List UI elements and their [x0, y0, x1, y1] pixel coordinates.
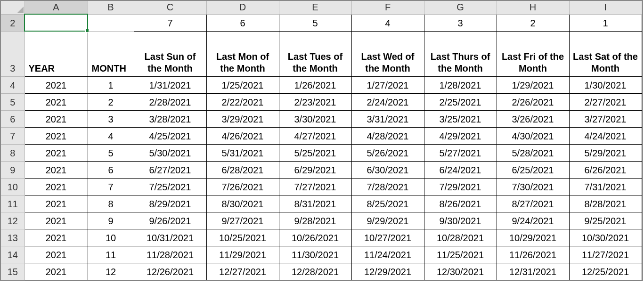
cell-E9[interactable]: 6/29/2021 — [279, 161, 351, 178]
cell-D8[interactable]: 5/31/2021 — [206, 144, 279, 161]
cell-B7[interactable]: 4 — [88, 127, 134, 144]
cell-E11[interactable]: 8/31/2021 — [279, 195, 351, 212]
cell-G4[interactable]: 1/28/2021 — [424, 76, 497, 93]
cell-I11[interactable]: 8/28/2021 — [569, 195, 642, 212]
row-head-15[interactable]: 15 — [1, 263, 24, 280]
cell-G15[interactable]: 12/30/2021 — [424, 263, 497, 280]
col-head-G[interactable]: G — [424, 1, 497, 14]
cell-C9[interactable]: 6/27/2021 — [134, 161, 206, 178]
cell-F13[interactable]: 10/27/2021 — [351, 229, 424, 246]
cell-E12[interactable]: 9/28/2021 — [279, 212, 351, 229]
col-head-C[interactable]: C — [134, 1, 206, 14]
row-head-8[interactable]: 8 — [1, 144, 24, 161]
col-head-H[interactable]: H — [497, 1, 569, 14]
cell-F9[interactable]: 6/30/2021 — [351, 161, 424, 178]
cell-E13[interactable]: 10/26/2021 — [279, 229, 351, 246]
cell-A15[interactable]: 2021 — [24, 263, 88, 280]
cell-I10[interactable]: 7/31/2021 — [569, 178, 642, 195]
cell-G14[interactable]: 11/25/2021 — [424, 246, 497, 263]
cell-H10[interactable]: 7/30/2021 — [497, 178, 569, 195]
col-head-D[interactable]: D — [206, 1, 279, 14]
cell-H11[interactable]: 8/27/2021 — [497, 195, 569, 212]
cell-I14[interactable]: 11/27/2021 — [569, 246, 642, 263]
row-head-5[interactable]: 5 — [1, 93, 24, 110]
cell-A12[interactable]: 2021 — [24, 212, 88, 229]
cell-G8[interactable]: 5/27/2021 — [424, 144, 497, 161]
grid[interactable]: A B C D E F G H I 2 7 6 5 4 3 2 1 3 YEAR — [1, 1, 642, 280]
cell-D12[interactable]: 9/27/2021 — [206, 212, 279, 229]
cell-B14[interactable]: 11 — [88, 246, 134, 263]
row-head-4[interactable]: 4 — [1, 76, 24, 93]
cell-C12[interactable]: 9/26/2021 — [134, 212, 206, 229]
cell-I3[interactable]: Last Sat of the Month — [569, 31, 642, 76]
cell-H4[interactable]: 1/29/2021 — [497, 76, 569, 93]
cell-A6[interactable]: 2021 — [24, 110, 88, 127]
cell-I4[interactable]: 1/30/2021 — [569, 76, 642, 93]
cell-B3[interactable]: MONTH — [88, 31, 134, 76]
col-head-E[interactable]: E — [279, 1, 351, 14]
cell-C8[interactable]: 5/30/2021 — [134, 144, 206, 161]
cell-H7[interactable]: 4/30/2021 — [497, 127, 569, 144]
cell-B6[interactable]: 3 — [88, 110, 134, 127]
cell-I7[interactable]: 4/24/2021 — [569, 127, 642, 144]
cell-H15[interactable]: 12/31/2021 — [497, 263, 569, 280]
cell-C10[interactable]: 7/25/2021 — [134, 178, 206, 195]
cell-G12[interactable]: 9/30/2021 — [424, 212, 497, 229]
row-head-3[interactable]: 3 — [1, 31, 24, 76]
spreadsheet[interactable]: A B C D E F G H I 2 7 6 5 4 3 2 1 3 YEAR — [0, 0, 643, 281]
cell-A14[interactable]: 2021 — [24, 246, 88, 263]
cell-G7[interactable]: 4/29/2021 — [424, 127, 497, 144]
cell-D4[interactable]: 1/25/2021 — [206, 76, 279, 93]
cell-H5[interactable]: 2/26/2021 — [497, 93, 569, 110]
cell-H2[interactable]: 2 — [497, 14, 569, 31]
cell-D6[interactable]: 3/29/2021 — [206, 110, 279, 127]
cell-F15[interactable]: 12/29/2021 — [351, 263, 424, 280]
cell-B10[interactable]: 7 — [88, 178, 134, 195]
cell-F6[interactable]: 3/31/2021 — [351, 110, 424, 127]
cell-I15[interactable]: 12/25/2021 — [569, 263, 642, 280]
cell-C5[interactable]: 2/28/2021 — [134, 93, 206, 110]
cell-I6[interactable]: 3/27/2021 — [569, 110, 642, 127]
cell-H14[interactable]: 11/26/2021 — [497, 246, 569, 263]
cell-C4[interactable]: 1/31/2021 — [134, 76, 206, 93]
cell-F10[interactable]: 7/28/2021 — [351, 178, 424, 195]
cell-H6[interactable]: 3/26/2021 — [497, 110, 569, 127]
cell-G3[interactable]: Last Thurs of the Month — [424, 31, 497, 76]
cell-E3[interactable]: Last Tues of the Month — [279, 31, 351, 76]
cell-D7[interactable]: 4/26/2021 — [206, 127, 279, 144]
row-head-11[interactable]: 11 — [1, 195, 24, 212]
cell-A2[interactable] — [24, 14, 88, 31]
cell-H13[interactable]: 10/29/2021 — [497, 229, 569, 246]
cell-E4[interactable]: 1/26/2021 — [279, 76, 351, 93]
cell-C7[interactable]: 4/25/2021 — [134, 127, 206, 144]
cell-A11[interactable]: 2021 — [24, 195, 88, 212]
cell-A3[interactable]: YEAR — [24, 31, 88, 76]
cell-G5[interactable]: 2/25/2021 — [424, 93, 497, 110]
cell-D15[interactable]: 12/27/2021 — [206, 263, 279, 280]
cell-F4[interactable]: 1/27/2021 — [351, 76, 424, 93]
row-head-13[interactable]: 13 — [1, 229, 24, 246]
cell-I5[interactable]: 2/27/2021 — [569, 93, 642, 110]
cell-E2[interactable]: 5 — [279, 14, 351, 31]
cell-C11[interactable]: 8/29/2021 — [134, 195, 206, 212]
cell-D2[interactable]: 6 — [206, 14, 279, 31]
cell-E10[interactable]: 7/27/2021 — [279, 178, 351, 195]
select-all-corner[interactable] — [1, 1, 24, 14]
cell-C14[interactable]: 11/28/2021 — [134, 246, 206, 263]
cell-F7[interactable]: 4/28/2021 — [351, 127, 424, 144]
cell-H9[interactable]: 6/25/2021 — [497, 161, 569, 178]
cell-G10[interactable]: 7/29/2021 — [424, 178, 497, 195]
cell-F5[interactable]: 2/24/2021 — [351, 93, 424, 110]
row-head-2[interactable]: 2 — [1, 14, 24, 31]
cell-B8[interactable]: 5 — [88, 144, 134, 161]
cell-F11[interactable]: 8/25/2021 — [351, 195, 424, 212]
cell-H3[interactable]: Last Fri of the Month — [497, 31, 569, 76]
row-head-10[interactable]: 10 — [1, 178, 24, 195]
cell-H12[interactable]: 9/24/2021 — [497, 212, 569, 229]
row-head-7[interactable]: 7 — [1, 127, 24, 144]
cell-D11[interactable]: 8/30/2021 — [206, 195, 279, 212]
cell-B2[interactable] — [88, 14, 134, 31]
cell-G13[interactable]: 10/28/2021 — [424, 229, 497, 246]
cell-A9[interactable]: 2021 — [24, 161, 88, 178]
cell-E15[interactable]: 12/28/2021 — [279, 263, 351, 280]
